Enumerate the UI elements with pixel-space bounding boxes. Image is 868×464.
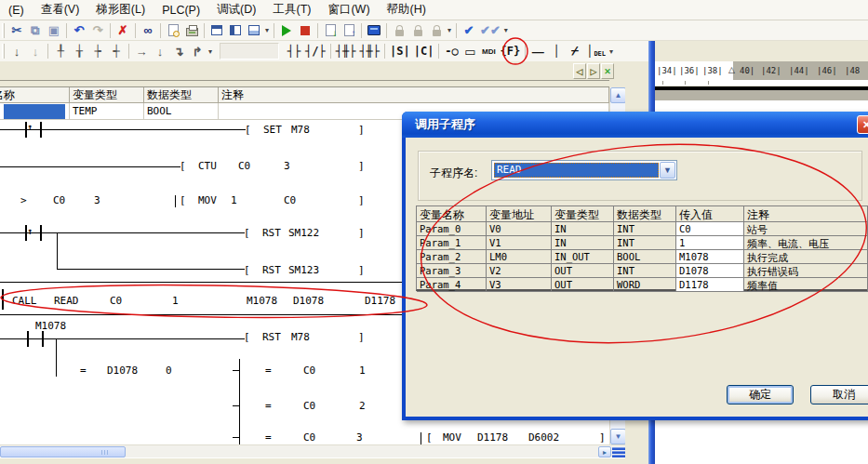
- wire-down-icon[interactable]: ↓: [151, 42, 169, 60]
- next-network-button[interactable]: ▷: [587, 63, 600, 79]
- view-panel-bottom-icon[interactable]: [245, 21, 263, 40]
- mdi-icon[interactable]: MDI: [479, 42, 498, 60]
- dialog-close-button[interactable]: ✕: [857, 115, 868, 134]
- parameter-value-input[interactable]: D1178: [676, 278, 744, 292]
- print-icon[interactable]: [182, 21, 201, 40]
- contact-no-icon[interactable]: ┤├: [285, 42, 303, 60]
- ok-button[interactable]: 确定: [727, 385, 794, 404]
- vline-icon[interactable]: │: [547, 42, 566, 60]
- stop-icon[interactable]: [296, 21, 314, 40]
- redo-icon[interactable]: ↷: [88, 21, 107, 40]
- pane-splitter-grip[interactable]: [612, 445, 625, 458]
- menu-item[interactable]: 帮助(H): [379, 0, 434, 20]
- upload-icon[interactable]: ↑: [340, 21, 358, 40]
- parameter-value-input[interactable]: 1: [676, 236, 744, 250]
- dialog-title-bar[interactable]: 调用子程序: [402, 112, 868, 138]
- find-icon[interactable]: ∞: [139, 21, 157, 40]
- hline-icon[interactable]: —: [528, 42, 547, 60]
- unlock-icon[interactable]: [408, 21, 427, 40]
- menu-item[interactable]: 窗口(W): [319, 0, 378, 20]
- parameter-table-cell: IN: [552, 236, 614, 250]
- scroll-right-button[interactable]: ▸: [598, 446, 611, 457]
- delete-line-icon[interactable]: ⌿: [566, 42, 584, 60]
- menu-item[interactable]: 查看(V): [33, 0, 88, 20]
- ladder-wire: [40, 225, 42, 241]
- menu-item[interactable]: 梯形图(L): [87, 0, 154, 20]
- combobox-selected-value[interactable]: READ: [494, 163, 659, 178]
- paste-icon[interactable]: ▣: [45, 21, 63, 40]
- download-icon[interactable]: ↓: [321, 21, 340, 40]
- junction-left-icon[interactable]: ┽: [107, 42, 126, 60]
- wire-up-right-icon[interactable]: ↱: [188, 42, 207, 60]
- f-key-icon[interactable]: {F}: [498, 42, 522, 60]
- print-preview-icon[interactable]: [164, 21, 182, 40]
- run-icon[interactable]: [277, 21, 296, 40]
- horizontal-scroll-thumb[interactable]: [0, 446, 126, 457]
- junction-right-icon[interactable]: ┾: [88, 42, 107, 60]
- menu-item[interactable]: (E): [0, 2, 33, 19]
- output-coil-icon[interactable]: -○: [442, 42, 461, 60]
- wire-right-icon[interactable]: →: [132, 42, 151, 60]
- contact-rising-icon[interactable]: ┤╫├: [334, 42, 358, 60]
- ladder-text: 3: [94, 194, 100, 206]
- undo-icon[interactable]: ↶: [70, 21, 88, 40]
- toolbar-separator: [361, 23, 362, 38]
- ladder-wire: [233, 370, 240, 371]
- contact-nc-icon[interactable]: ┤/├: [303, 42, 327, 60]
- combobox-dropdown-button[interactable]: ▼: [660, 162, 675, 179]
- editor-horizontal-scrollbar[interactable]: ▸: [0, 444, 625, 457]
- view-panel-caret[interactable]: ▾: [263, 26, 271, 34]
- parameter-value-input[interactable]: C0: [676, 222, 744, 236]
- lock-icon[interactable]: [390, 21, 408, 40]
- parameter-table-cell: BOOL: [614, 250, 676, 264]
- cancel-button[interactable]: 取消: [810, 385, 868, 404]
- editor-top-strip: [0, 61, 648, 80]
- trend-time-ruler[interactable]: |34||36||38|40||42||44||46||48△: [655, 61, 868, 80]
- insert-row-down-icon[interactable]: ↓: [7, 42, 26, 60]
- parameter-value-input[interactable]: D1078: [676, 264, 744, 278]
- wire-caret[interactable]: ▾: [207, 47, 214, 56]
- box-instruction-icon[interactable]: ▭: [461, 42, 479, 60]
- close-pane-button[interactable]: ✕: [601, 63, 614, 79]
- set-coil-icon[interactable]: |S|: [388, 42, 412, 60]
- view-panel-top-icon[interactable]: [207, 21, 226, 40]
- ladder-text: 1: [359, 365, 366, 377]
- variable-table-cell[interactable]: [0, 103, 70, 120]
- ladder-wire: [0, 129, 246, 130]
- compile-caret[interactable]: ▾: [502, 26, 510, 34]
- ladder-text: MOV: [198, 194, 217, 206]
- parameter-table-cell: Param_1: [417, 236, 487, 250]
- copy-icon[interactable]: ⧉: [26, 21, 45, 40]
- menu-item[interactable]: PLC(P): [154, 2, 208, 19]
- ladder-text: D6002: [528, 431, 559, 444]
- menu-item[interactable]: 工具(T): [264, 0, 319, 20]
- menu-item[interactable]: 调试(D): [208, 0, 264, 20]
- lock-partial-icon[interactable]: [427, 21, 446, 40]
- subroutine-name-combobox[interactable]: READ ▼: [491, 160, 677, 180]
- line-caret[interactable]: ▾: [608, 47, 615, 56]
- contact-falling-icon[interactable]: ┤╫├: [357, 42, 381, 60]
- delete-vline-icon[interactable]: │DEL: [584, 42, 608, 60]
- ruler-position-marker[interactable]: △: [728, 65, 735, 74]
- prev-network-button[interactable]: ◁: [573, 63, 586, 79]
- ladder-text: ↑: [27, 121, 33, 133]
- junction-up-icon[interactable]: ╀: [51, 42, 70, 60]
- compile-all-icon[interactable]: ✔✔: [478, 21, 502, 40]
- monitor-icon[interactable]: [365, 21, 383, 40]
- scroll-up-button[interactable]: ▲: [610, 87, 626, 103]
- delete-icon[interactable]: ✗: [114, 21, 132, 40]
- reset-coil-icon[interactable]: |C|: [412, 42, 436, 60]
- insert-row-down-alt-icon[interactable]: ↓: [26, 42, 45, 60]
- parameter-table-cell: INT: [614, 264, 676, 278]
- variable-table-cell[interactable]: BOOL: [144, 103, 219, 120]
- variable-table-cell[interactable]: TEMP: [70, 103, 144, 120]
- compile-check-icon[interactable]: ✔: [460, 21, 478, 40]
- view-panel-left-icon[interactable]: [226, 21, 245, 40]
- scroll-down-button[interactable]: ▼: [610, 429, 626, 444]
- lock-caret[interactable]: ▾: [446, 26, 453, 34]
- junction-down-icon[interactable]: ╁: [70, 42, 88, 60]
- parameter-value-input[interactable]: M1078: [676, 250, 744, 264]
- wire-down-right-icon[interactable]: ↴: [169, 42, 188, 60]
- ladder-wire: [57, 232, 58, 270]
- cut-icon[interactable]: ✂: [7, 21, 26, 40]
